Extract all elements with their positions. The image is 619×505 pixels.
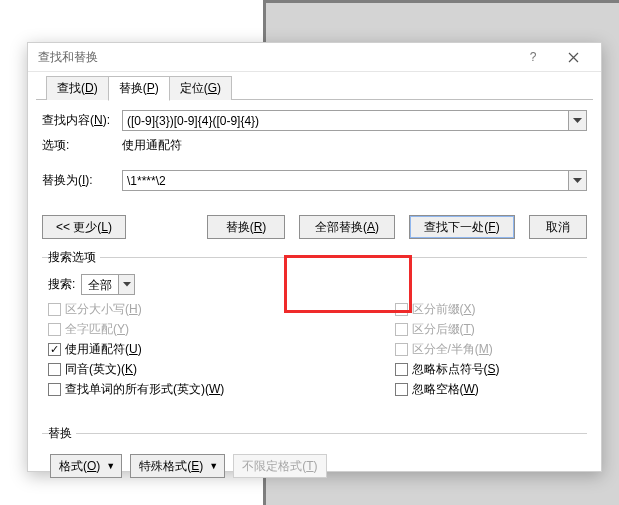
replace-input-combo[interactable] [122, 170, 587, 191]
checkbox-label: 区分前缀(X) [412, 301, 476, 318]
find-next-button[interactable]: 查找下一处(F) [409, 215, 515, 239]
checkbox[interactable] [48, 383, 61, 396]
special-format-button[interactable]: 特殊格式(E) ▼ [130, 454, 225, 478]
checkbox-label: 区分后缀(T) [412, 321, 475, 338]
dialog-title: 查找和替换 [38, 49, 513, 66]
checkbox[interactable]: ✓ [48, 343, 61, 356]
find-dropdown[interactable] [568, 111, 586, 130]
chevron-down-icon [573, 118, 582, 124]
replace-label: 替换为(I): [42, 172, 122, 189]
checkbox-label: 忽略空格(W) [412, 381, 479, 398]
help-button[interactable]: ? [513, 43, 553, 71]
checkbox-label: 区分全/半角(M) [412, 341, 493, 358]
checkbox [395, 343, 408, 356]
checkbox-option: 全字匹配(Y) [48, 319, 235, 339]
checkbox-option[interactable]: 忽略标点符号(S) [395, 359, 582, 379]
checkbox-label: 使用通配符(U) [65, 341, 142, 358]
replace-button[interactable]: 替换(R) [207, 215, 285, 239]
find-replace-dialog: 查找和替换 ? 查找(D) 替换(P) 定位(G) 查找内容(N): [27, 42, 602, 472]
checkbox-label: 同音(英文)(K) [65, 361, 137, 378]
options-label: 选项: [42, 137, 122, 154]
checkbox-option[interactable]: ✓使用通配符(U) [48, 339, 235, 359]
search-direction-label: 搜索: [48, 276, 75, 293]
less-button[interactable]: << 更少(L) [42, 215, 126, 239]
replace-format-group: 替换 格式(O) ▼ 特殊格式(E) ▼ 不限定格式(T) [42, 425, 587, 484]
find-input-combo[interactable] [122, 110, 587, 131]
checkbox-option[interactable]: 查找单词的所有形式(英文)(W) [48, 379, 235, 399]
format-button[interactable]: 格式(O) ▼ [50, 454, 122, 478]
options-value: 使用通配符 [122, 137, 182, 154]
checkbox [48, 323, 61, 336]
checkbox-option[interactable]: 同音(英文)(K) [48, 359, 235, 379]
checkbox [48, 303, 61, 316]
checkbox[interactable] [395, 383, 408, 396]
tab-strip: 查找(D) 替换(P) 定位(G) [28, 72, 601, 100]
search-direction-dropdown[interactable] [118, 275, 134, 294]
tab-find[interactable]: 查找(D) [46, 76, 109, 100]
find-input[interactable] [123, 111, 568, 130]
close-button[interactable] [553, 43, 593, 71]
no-format-button[interactable]: 不限定格式(T) [233, 454, 326, 478]
chevron-down-icon [123, 282, 131, 287]
cancel-button[interactable]: 取消 [529, 215, 587, 239]
find-label: 查找内容(N): [42, 112, 122, 129]
checkbox[interactable] [48, 363, 61, 376]
checkbox-option: 区分前缀(X) [395, 299, 582, 319]
titlebar: 查找和替换 ? [28, 43, 601, 72]
checkbox-option[interactable]: 忽略空格(W) [395, 379, 582, 399]
checkbox [395, 303, 408, 316]
tab-replace[interactable]: 替换(P) [108, 76, 170, 101]
close-icon [568, 52, 579, 63]
checkbox [395, 323, 408, 336]
checkbox-label: 忽略标点符号(S) [412, 361, 500, 378]
replace-input[interactable] [123, 171, 568, 190]
replace-all-button[interactable]: 全部替换(A) [299, 215, 395, 239]
check-icon: ✓ [50, 344, 59, 355]
search-direction-select[interactable]: 全部 [81, 274, 135, 295]
search-options-group: 搜索选项 搜索: 全部 区分大小写(H)全字匹配(Y)✓使用通配符(U)同音(英… [42, 249, 587, 405]
chevron-down-icon [573, 178, 582, 184]
checkbox-option: 区分后缀(T) [395, 319, 582, 339]
search-options-legend: 搜索选项 [48, 249, 100, 266]
checkbox-option: 区分全/半角(M) [395, 339, 582, 359]
checkbox-label: 查找单词的所有形式(英文)(W) [65, 381, 224, 398]
checkbox-label: 全字匹配(Y) [65, 321, 129, 338]
checkbox[interactable] [395, 363, 408, 376]
checkbox-option: 区分大小写(H) [48, 299, 235, 319]
replace-format-legend: 替换 [48, 425, 76, 442]
replace-dropdown[interactable] [568, 171, 586, 190]
tab-goto[interactable]: 定位(G) [169, 76, 232, 100]
checkbox-label: 区分大小写(H) [65, 301, 142, 318]
